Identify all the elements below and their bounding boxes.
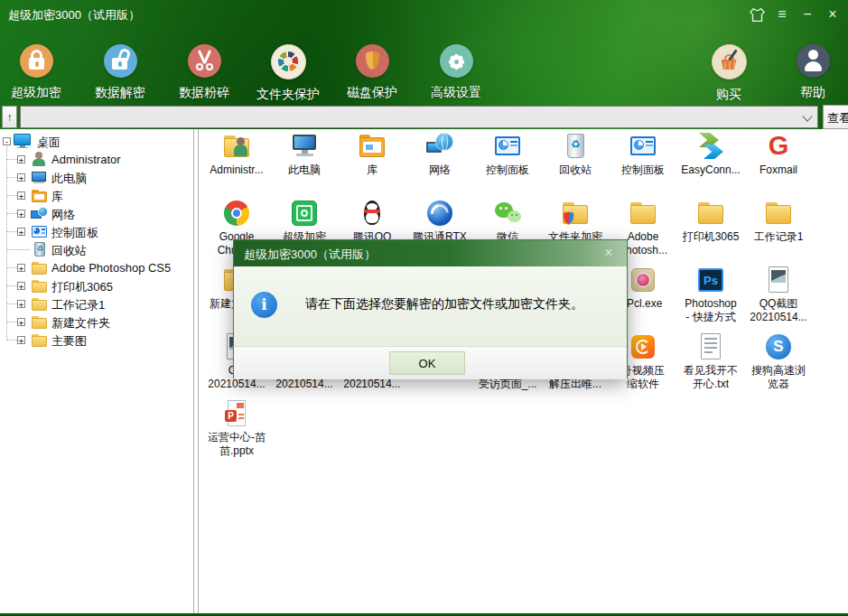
desktop-item[interactable]: P运营中心-苗苗.pptx bbox=[202, 398, 271, 458]
toolbar-advanced-settings-button[interactable]: 高级设置 bbox=[424, 44, 489, 101]
dialog-actions: OK bbox=[234, 346, 627, 379]
desktop-item[interactable]: Administr... bbox=[202, 131, 271, 177]
chrome-icon bbox=[221, 198, 252, 229]
basket-icon bbox=[712, 44, 747, 79]
dialog-message: 请在下面选择您要解密的加密文件或加密文件夹。 bbox=[305, 296, 583, 313]
toolbar-button-label: 数据粉碎 bbox=[179, 85, 229, 101]
chevron-down-icon[interactable] bbox=[802, 111, 812, 121]
image-icon bbox=[763, 265, 794, 295]
desktop-item[interactable]: S搜狗高速浏览器 bbox=[744, 331, 813, 391]
desktop-item-label: Foxmail bbox=[759, 163, 797, 177]
desktop-item[interactable]: 文件夹加密 bbox=[541, 198, 610, 244]
desktop-item-label: 此电脑 bbox=[288, 163, 321, 177]
toolbar-button-label: 购买 bbox=[716, 87, 741, 103]
desktop-item-label: Photoshop bbox=[685, 297, 736, 311]
toolbar-super-encrypt-button[interactable]: 超级加密 bbox=[4, 44, 69, 101]
titlebar: 超级加密3000（试用版） ≡ − × bbox=[0, 0, 848, 29]
ok-button[interactable]: OK bbox=[389, 351, 465, 375]
flock-icon bbox=[560, 198, 591, 229]
toolbar-button-label: 数据解密 bbox=[95, 85, 145, 101]
message-dialog: 超级加密3000（试用版） × i 请在下面选择您要解密的加密文件或加密文件夹。… bbox=[233, 239, 628, 378]
desktop-item-label: 运营中心-苗 bbox=[208, 431, 266, 444]
toolbar-folder-protect-button[interactable]: 文件夹保护 bbox=[256, 44, 321, 103]
up-button[interactable]: ↑ bbox=[2, 106, 17, 128]
lock-icon bbox=[20, 44, 53, 78]
foxmail-icon: G bbox=[763, 131, 794, 162]
desktop-item[interactable]: QQ截图20210514... bbox=[744, 265, 813, 324]
rtx-icon bbox=[424, 198, 455, 229]
window-controls: ≡ − × bbox=[747, 5, 843, 24]
desktop-item-label: 览器 bbox=[768, 378, 789, 391]
desktop-item-label: - 快捷方式 bbox=[685, 311, 735, 324]
dialog-titlebar: 超级加密3000（试用版） × bbox=[234, 240, 627, 266]
desktop-item-label: 缩软件 bbox=[627, 378, 659, 391]
desktop-item[interactable]: 此电脑 bbox=[270, 131, 339, 177]
desktop-item-label: tPcl.exe bbox=[624, 297, 663, 311]
path-combobox[interactable] bbox=[20, 106, 818, 128]
network-icon bbox=[424, 131, 455, 162]
desktop-item-label: 开心.txt bbox=[693, 378, 729, 391]
desktop-item-label: 解压出唯... bbox=[549, 378, 601, 391]
desktop-item-label: 20210514... bbox=[750, 311, 806, 324]
cpanel-icon bbox=[492, 131, 523, 162]
person-icon bbox=[797, 44, 830, 78]
desktop-item[interactable]: PsPhotoshop- 快捷方式 bbox=[676, 265, 745, 324]
desktop-item-label: 20210514... bbox=[275, 378, 332, 391]
toolbar-button-label: 文件夹保护 bbox=[256, 87, 320, 103]
toolbar-help-button[interactable]: 帮助 bbox=[780, 44, 845, 101]
toolbar-disk-protect-button[interactable]: 磁盘保护 bbox=[340, 44, 405, 101]
video-icon bbox=[628, 331, 658, 362]
desktop-item-label: 控制面板 bbox=[621, 163, 665, 177]
desktop-item[interactable]: 控制面板 bbox=[473, 131, 542, 177]
dialog-close-icon[interactable]: × bbox=[600, 244, 618, 262]
desktop-item[interactable]: 库 bbox=[338, 131, 406, 177]
desktop-item[interactable]: 腾讯通RTX bbox=[405, 198, 474, 244]
desktop-item-label: 控制面板 bbox=[486, 163, 529, 177]
desktop-item-label: Administr... bbox=[210, 163, 263, 177]
desktop-item[interactable]: 微信 bbox=[473, 198, 542, 244]
desktop-item[interactable]: 腾讯QQ bbox=[338, 198, 406, 244]
desktop-item[interactable]: ♻回收站 bbox=[541, 131, 610, 177]
desktop-item-label: 网络 bbox=[429, 163, 451, 177]
gear-icon bbox=[440, 44, 473, 78]
qq-icon bbox=[357, 198, 387, 229]
toolbar-button-label: 高级设置 bbox=[431, 85, 481, 101]
menu-icon[interactable]: ≡ bbox=[772, 5, 792, 24]
library-icon bbox=[357, 131, 387, 162]
desktop-item[interactable]: 打印机3065 bbox=[676, 198, 745, 244]
skin-icon[interactable] bbox=[747, 5, 767, 24]
toolbar-data-shred-button[interactable]: 数据粉碎 bbox=[172, 44, 237, 101]
view-button[interactable]: 查看 bbox=[823, 105, 848, 129]
shield-icon bbox=[356, 44, 389, 78]
desktop-item[interactable]: 控制面板 bbox=[609, 131, 677, 177]
folder-icon bbox=[763, 198, 794, 229]
wechat-icon bbox=[492, 198, 523, 229]
desktop-item-label: 回收站 bbox=[559, 163, 592, 177]
folder-icon bbox=[695, 198, 726, 229]
desktop-item[interactable]: 超级加密 bbox=[270, 198, 339, 244]
desktop-item-label: 看见我开不 bbox=[684, 364, 738, 378]
wheel-icon bbox=[271, 44, 306, 79]
desktop-item-label: EasyConn... bbox=[681, 163, 740, 177]
desktop-item[interactable]: 工作记录1 bbox=[744, 198, 813, 244]
desktop-item-label: 工作记录1 bbox=[754, 230, 804, 244]
desktop-item[interactable]: 看见我开不开心.txt bbox=[676, 331, 745, 391]
desktop-item[interactable]: 网络 bbox=[405, 131, 474, 177]
desktop-item[interactable]: GFoxmail bbox=[744, 131, 813, 177]
minimize-icon[interactable]: − bbox=[797, 5, 817, 24]
desktop-item-label: 库 bbox=[367, 163, 377, 177]
photoshop-icon: Ps bbox=[695, 265, 726, 295]
unlock-icon bbox=[104, 44, 137, 78]
close-icon[interactable]: × bbox=[823, 5, 843, 24]
toolbar-data-decrypt-button[interactable]: 数据解密 bbox=[88, 44, 153, 101]
desktop-item[interactable]: EasyConn... bbox=[676, 131, 745, 177]
desktop-item-label: 搜狗高速浏 bbox=[751, 364, 806, 378]
dialog-title: 超级加密3000（试用版） bbox=[244, 247, 376, 263]
desktop-item-label: QQ截图 bbox=[759, 297, 798, 311]
info-icon: i bbox=[251, 292, 277, 318]
safe-icon bbox=[289, 198, 320, 229]
desktop-item-label: 20210514... bbox=[343, 378, 400, 391]
desktop-item-label: 受访页面_... bbox=[479, 378, 537, 391]
tpcl-icon bbox=[628, 265, 658, 295]
toolbar-buy-button[interactable]: 购买 bbox=[696, 44, 761, 103]
